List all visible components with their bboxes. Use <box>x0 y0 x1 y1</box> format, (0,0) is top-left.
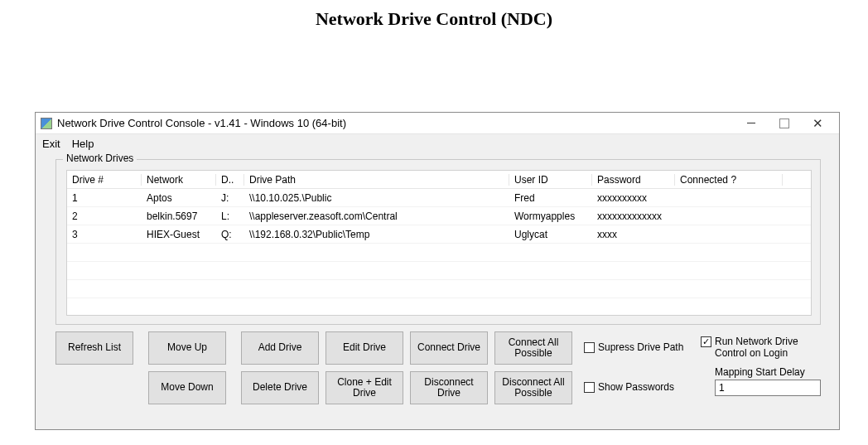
col-user[interactable]: User ID <box>509 174 592 186</box>
disconnect-drive-button[interactable]: Disconnect Drive <box>410 371 488 404</box>
col-connected[interactable]: Connected ? <box>675 174 783 186</box>
refresh-list-button[interactable]: Refresh List <box>55 331 133 365</box>
cell-network: HIEX-Guest <box>142 229 216 240</box>
cell-password: xxxxxxxxxx <box>592 192 675 204</box>
window-controls: ✕ <box>735 114 834 133</box>
cell-path: \\10.10.025.\Public <box>244 192 509 204</box>
col-letter[interactable]: D.. <box>216 174 244 186</box>
cell-network: Aptos <box>142 192 216 204</box>
cell-path: \\192.168.0.32\Public\Temp <box>244 229 509 240</box>
col-path[interactable]: Drive Path <box>244 174 509 186</box>
suppress-drive-path-checkbox[interactable]: Supress Drive Path <box>584 341 683 353</box>
col-network[interactable]: Network <box>142 174 216 186</box>
connect-all-button[interactable]: Connect All Possible <box>494 331 572 365</box>
cell-drive-num: 2 <box>67 210 142 222</box>
menu-help[interactable]: Help <box>72 138 94 150</box>
cell-path: \\appleserver.zeasoft.com\Central <box>244 210 509 222</box>
cell-password: xxxx <box>592 229 675 240</box>
close-button[interactable]: ✕ <box>801 114 834 133</box>
add-drive-button[interactable]: Add Drive <box>241 331 319 365</box>
checkbox-icon <box>584 342 595 353</box>
menu-exit[interactable]: Exit <box>42 138 60 150</box>
menubar: Exit Help <box>36 134 839 155</box>
checkbox-icon: ✓ <box>701 336 711 347</box>
cell-password: xxxxxxxxxxxxx <box>592 210 675 222</box>
table-row[interactable]: 1 Aptos J: \\10.10.025.\Public Fred xxxx… <box>67 189 811 207</box>
window-title: Network Drive Control Console - v1.41 - … <box>57 117 735 129</box>
cell-network: belkin.5697 <box>142 210 216 222</box>
checkbox-label: Run Network Drive Control on Login <box>715 336 829 360</box>
clone-edit-drive-button[interactable]: Clone + Edit Drive <box>326 371 403 404</box>
maximize-button[interactable] <box>768 114 801 133</box>
cell-drive-num: 1 <box>67 192 142 204</box>
table-row[interactable]: 2 belkin.5697 L: \\appleserver.zeasoft.c… <box>67 207 811 225</box>
group-label: Network Drives <box>63 152 137 164</box>
app-icon <box>41 118 52 129</box>
table-row[interactable]: 3 HIEX-Guest Q: \\192.168.0.32\Public\Te… <box>67 225 811 244</box>
network-drives-group: Network Drives Drive # Network D.. Drive… <box>55 159 821 325</box>
delete-drive-button[interactable]: Delete Drive <box>241 371 319 404</box>
cell-letter: Q: <box>216 229 244 240</box>
cell-user: Wormyapples <box>509 210 592 222</box>
show-passwords-checkbox[interactable]: Show Passwords <box>584 381 674 393</box>
col-drive-num[interactable]: Drive # <box>67 174 142 186</box>
cell-letter: L: <box>216 210 244 222</box>
checkbox-icon <box>584 382 595 393</box>
connect-drive-button[interactable]: Connect Drive <box>410 331 488 365</box>
mapping-delay-input[interactable] <box>715 380 821 396</box>
table-row-empty[interactable] <box>67 244 811 262</box>
cell-user: Fred <box>509 192 592 204</box>
disconnect-all-button[interactable]: Disconnect All Possible <box>494 371 572 404</box>
app-window: Network Drive Control Console - v1.41 - … <box>35 112 840 430</box>
titlebar: Network Drive Control Console - v1.41 - … <box>36 113 839 134</box>
page-heading: Network Drive Control (NDC) <box>0 0 868 30</box>
run-on-login-checkbox[interactable]: ✓ Run Network Drive Control on Login <box>701 336 829 360</box>
checkbox-label: Show Passwords <box>598 381 674 393</box>
move-down-button[interactable]: Move Down <box>148 371 226 404</box>
table-row-empty[interactable] <box>67 280 811 298</box>
checkbox-label: Supress Drive Path <box>598 341 683 353</box>
col-password[interactable]: Password <box>592 174 675 186</box>
cell-drive-num: 3 <box>67 229 142 240</box>
cell-user: Uglycat <box>509 229 592 240</box>
minimize-button[interactable] <box>735 114 768 133</box>
table-row-empty[interactable] <box>67 262 811 280</box>
move-up-button[interactable]: Move Up <box>148 331 226 365</box>
edit-drive-button[interactable]: Edit Drive <box>326 331 403 365</box>
cell-letter: J: <box>216 192 244 204</box>
list-header[interactable]: Drive # Network D.. Drive Path User ID P… <box>67 171 811 189</box>
drive-listview[interactable]: Drive # Network D.. Drive Path User ID P… <box>66 170 812 316</box>
table-row-empty[interactable] <box>67 298 811 316</box>
